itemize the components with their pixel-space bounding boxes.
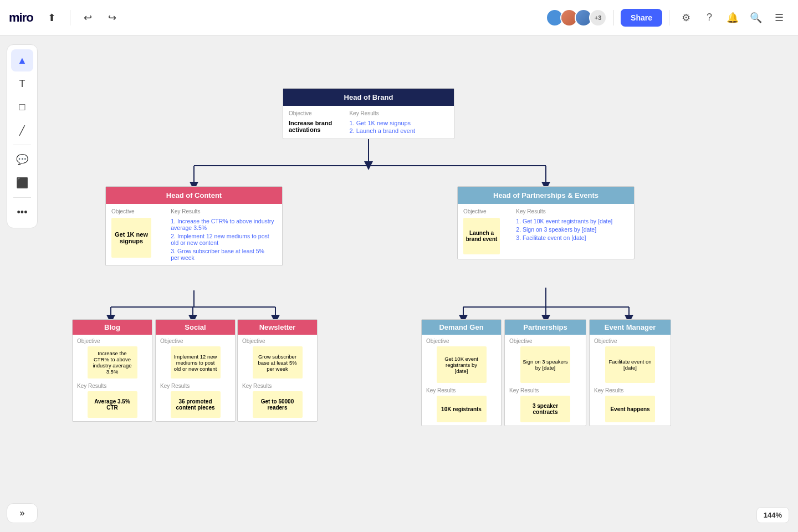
partnerships-obj-header: Objective — [463, 207, 516, 217]
partnerships-kr-header: Key Results — [516, 207, 628, 217]
demand-gen-objective-sticky: Get 10K event registrants by [date] — [437, 346, 487, 383]
social-obj-label: Objective — [160, 338, 231, 344]
zoom-level: 144% — [756, 507, 789, 523]
newsletter-kr-label: Key Results — [242, 383, 313, 389]
undo-button[interactable]: ↩ — [78, 8, 98, 28]
head-of-content-header: Head of Content — [106, 187, 282, 204]
blog-card: Blog Objective Increase the CTR% to abov… — [72, 319, 152, 422]
event-manager-objective-sticky: Facilitate event on [date] — [605, 346, 655, 383]
head-of-partnerships-body: Objective Key Results Launch a brand eve… — [458, 204, 634, 259]
head-of-brand-card: Head of Brand Objective Key Results Incr… — [283, 88, 454, 139]
notifications-icon-btn[interactable]: 🔔 — [723, 8, 743, 28]
demand-gen-body: Objective Get 10K event registrants by [… — [422, 335, 501, 426]
content-kr-3: 3. Grow subscriber base at least 5% per … — [171, 248, 274, 261]
social-header: Social — [156, 320, 235, 335]
blog-objective-sticky: Increase the CTR% to above industry aver… — [88, 346, 137, 378]
partnerships-table: Objective Key Results Launch a brand eve… — [463, 207, 628, 255]
cursor-tool[interactable]: ▲ — [11, 49, 33, 71]
content-kr-header: Key Results — [171, 207, 277, 217]
share-button[interactable]: Share — [621, 9, 662, 27]
partnerships-sub-kr-sticky: 3 speaker contracts — [520, 396, 570, 422]
event-manager-header: Event Manager — [590, 320, 671, 335]
content-objective-cell: Get 1K new signups — [111, 217, 171, 262]
topbar-separator-2 — [613, 10, 614, 25]
demand-gen-kr-sticky: 10K registrants — [437, 396, 487, 422]
topbar: miro ⬆ ↩ ↪ +3 Share ⚙ ? 🔔 🔍 ☰ — [0, 0, 798, 35]
tool-separator — [13, 145, 31, 145]
event-manager-kr-label: Key Results — [594, 387, 666, 393]
partnerships-kr-3: 3. Facilitate event on [date] — [516, 234, 626, 241]
partnerships-sub-kr-label: Key Results — [509, 387, 581, 393]
topbar-separator — [70, 10, 70, 25]
blog-kr-sticky: Average 3.5% CTR — [88, 391, 137, 418]
newsletter-body: Objective Grow subscriber base at least … — [238, 335, 317, 421]
event-manager-body: Objective Facilitate event on [date] Key… — [590, 335, 671, 426]
demand-gen-obj-label: Objective — [426, 338, 497, 344]
redo-button[interactable]: ↪ — [103, 8, 122, 28]
brand-kr-header: Key Results — [349, 109, 448, 119]
miro-logo: miro — [9, 11, 33, 25]
partnerships-sub-card: Partnerships Objective Sign on 3 speaker… — [504, 319, 586, 426]
partnerships-sub-objective-sticky: Sign on 3 speakers by [date] — [520, 346, 570, 383]
tool-separator-2 — [13, 197, 31, 198]
topbar-separator-3 — [669, 10, 669, 25]
event-manager-kr-sticky: Event happens — [605, 396, 655, 422]
content-key-results-cell: 1. Increase the CTR% to above industry a… — [171, 217, 277, 262]
partnerships-objective-cell: Launch a brand event — [463, 217, 516, 255]
demand-gen-header: Demand Gen — [422, 320, 501, 335]
brand-key-results: 1. Get 1K new signups 2. Launch a brand … — [349, 119, 448, 135]
frame-tool[interactable]: ⬛ — [11, 172, 33, 194]
social-kr-sticky: 36 promoted content pieces — [171, 391, 221, 418]
help-icon-btn[interactable]: ? — [699, 8, 719, 28]
demand-gen-card: Demand Gen Objective Get 10K event regis… — [421, 319, 502, 426]
content-kr-2: 2. Implement 12 new mediums to post old … — [171, 233, 274, 246]
demand-gen-kr-label: Key Results — [426, 387, 497, 393]
text-tool[interactable]: T — [11, 73, 33, 95]
content-objective-sticky: Get 1K new signups — [111, 218, 151, 258]
expand-sidebar-button[interactable]: » — [7, 503, 38, 523]
head-of-content-body: Objective Key Results Get 1K new signups… — [106, 204, 282, 265]
blog-body: Objective Increase the CTR% to above ind… — [73, 335, 152, 421]
head-of-partnerships-header: Head of Partnerships & Events — [458, 187, 634, 204]
social-card: Social Objective Implement 12 new medium… — [155, 319, 236, 422]
brand-kr-1: 1. Get 1K new signups — [349, 120, 446, 126]
line-tool[interactable]: ╱ — [11, 119, 33, 141]
partnerships-objective-sticky: Launch a brand event — [463, 218, 500, 254]
newsletter-obj-label: Objective — [242, 338, 313, 344]
comment-tool[interactable]: 💬 — [11, 149, 33, 171]
blog-kr-label: Key Results — [77, 383, 147, 389]
head-of-brand-body: Objective Key Results Increase brand act… — [283, 106, 454, 139]
content-table: Objective Key Results Get 1K new signups… — [111, 207, 277, 262]
event-manager-card: Event Manager Objective Facilitate event… — [589, 319, 671, 426]
newsletter-kr-sticky: Get to 50000 readers — [253, 391, 303, 418]
blog-header: Blog — [73, 320, 152, 335]
more-tools[interactable]: ••• — [11, 201, 33, 223]
blog-obj-label: Objective — [77, 338, 147, 344]
partnerships-key-results-cell: 1. Get 10K event registrants by [date] 2… — [516, 217, 628, 255]
partnerships-sub-obj-label: Objective — [509, 338, 581, 344]
upload-button[interactable]: ⬆ — [42, 8, 62, 28]
canvas: Head of Brand Objective Key Results Incr… — [0, 35, 798, 532]
head-of-partnerships-card: Head of Partnerships & Events Objective … — [457, 186, 635, 259]
menu-icon-btn[interactable]: ☰ — [769, 8, 789, 28]
head-of-content-card: Head of Content Objective Key Results Ge… — [105, 186, 283, 266]
partnerships-kr-1: 1. Get 10K event registrants by [date] — [516, 218, 626, 224]
avatar-stack: +3 — [546, 9, 607, 27]
social-objective-sticky: Implement 12 new mediums to post old or … — [171, 346, 221, 378]
brand-objective: Increase brand activations — [289, 119, 349, 135]
partnerships-sub-header: Partnerships — [505, 320, 586, 335]
sticky-note-tool[interactable]: □ — [11, 96, 33, 118]
search-icon-btn[interactable]: 🔍 — [746, 8, 766, 28]
settings-icon-btn[interactable]: ⚙ — [676, 8, 696, 28]
partnerships-sub-body: Objective Sign on 3 speakers by [date] K… — [505, 335, 586, 426]
left-toolbar: ▲ T □ ╱ 💬 ⬛ ••• — [7, 44, 38, 228]
head-of-brand-header: Head of Brand — [283, 89, 454, 106]
content-obj-header: Objective — [111, 207, 171, 217]
brand-kr-2: 2. Launch a brand event — [349, 127, 446, 134]
newsletter-objective-sticky: Grow subscriber base at least 5% per wee… — [253, 346, 303, 378]
content-kr-1: 1. Increase the CTR% to above industry a… — [171, 218, 274, 231]
brand-table: Objective Key Results Increase brand act… — [289, 109, 448, 135]
avatar-more: +3 — [589, 9, 607, 27]
partnerships-kr-2: 2. Sign on 3 speakers by [date] — [516, 226, 626, 233]
social-kr-label: Key Results — [160, 383, 231, 389]
